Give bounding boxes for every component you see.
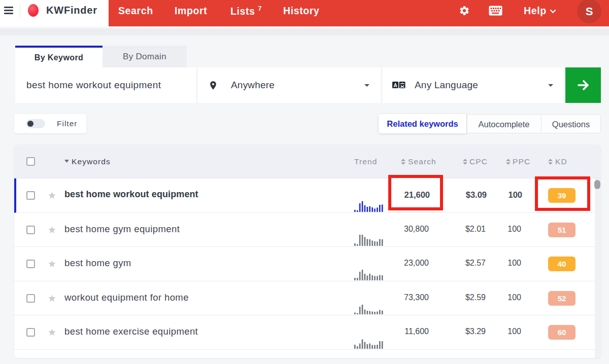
svg-text:A: A: [393, 83, 397, 88]
